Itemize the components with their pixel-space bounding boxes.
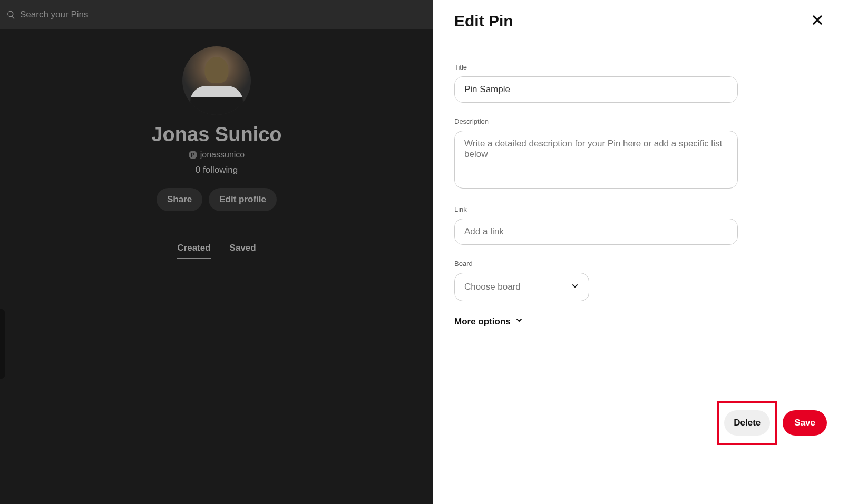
panel-title: Edit Pin xyxy=(454,12,513,30)
more-options-label: More options xyxy=(454,317,511,327)
edit-pin-panel: Edit Pin Title Description Link Board Ch… xyxy=(433,0,848,504)
username-text: jonassunico xyxy=(200,150,245,160)
board-group: Board Choose board xyxy=(454,260,827,301)
link-group: Link xyxy=(454,205,827,245)
search-bar[interactable]: Search your Pins xyxy=(0,0,433,29)
following-count: 0 following xyxy=(196,165,238,175)
profile-background: Search your Pins Jonas Sunico P jonassun… xyxy=(0,0,433,504)
chevron-down-icon xyxy=(571,282,579,292)
description-group: Description xyxy=(454,117,827,191)
pinterest-icon: P xyxy=(189,151,197,159)
board-placeholder: Choose board xyxy=(464,282,521,292)
profile-name: Jonas Sunico xyxy=(151,123,281,146)
delete-highlight-box: Delete xyxy=(717,401,777,445)
avatar xyxy=(182,46,251,115)
board-label: Board xyxy=(454,260,827,268)
profile-tabs: Created Saved xyxy=(177,243,256,259)
search-placeholder: Search your Pins xyxy=(20,9,88,20)
delete-button[interactable]: Delete xyxy=(724,410,770,436)
close-button[interactable] xyxy=(808,11,827,32)
profile-buttons: Share Edit profile xyxy=(157,188,277,211)
panel-footer: Delete Save xyxy=(717,401,827,445)
tab-created[interactable]: Created xyxy=(177,243,210,259)
chevron-down-icon xyxy=(515,316,523,327)
link-input[interactable] xyxy=(454,219,738,245)
tab-saved[interactable]: Saved xyxy=(230,243,256,259)
description-label: Description xyxy=(454,117,827,125)
more-options-toggle[interactable]: More options xyxy=(454,316,827,327)
link-label: Link xyxy=(454,205,827,213)
search-icon xyxy=(6,10,16,19)
board-select[interactable]: Choose board xyxy=(454,273,589,301)
close-icon xyxy=(811,19,824,28)
profile-username: P jonassunico xyxy=(189,150,245,160)
panel-header: Edit Pin xyxy=(454,11,827,32)
profile-section: Jonas Sunico P jonassunico 0 following S… xyxy=(0,29,433,259)
title-group: Title xyxy=(454,63,827,103)
share-button[interactable]: Share xyxy=(157,188,202,211)
pin-thumbnail-sliver xyxy=(0,309,5,379)
title-label: Title xyxy=(454,63,827,71)
title-input[interactable] xyxy=(454,76,738,103)
save-button[interactable]: Save xyxy=(783,410,827,436)
edit-profile-button[interactable]: Edit profile xyxy=(209,188,277,211)
description-textarea[interactable] xyxy=(454,131,738,189)
